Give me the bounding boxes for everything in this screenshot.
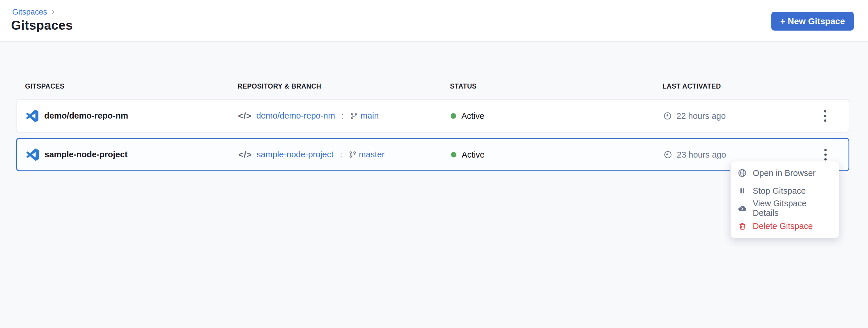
- row-actions-context-menu: Open in Browser Stop Gitspace View Gitsp…: [730, 161, 839, 238]
- last-activated-text: 22 hours ago: [677, 111, 726, 121]
- page-title: Gitspaces: [11, 18, 73, 33]
- repository-branch-cell: </> demo/demo-repo-nm : main: [238, 111, 379, 121]
- status-text: Active: [461, 111, 484, 121]
- code-icon: </>: [238, 150, 252, 160]
- colon-separator: :: [340, 150, 342, 159]
- menu-item-view-gitspace-details[interactable]: View Gitspace Details: [731, 200, 839, 217]
- trash-icon: [738, 221, 747, 231]
- colon-separator: :: [341, 111, 344, 121]
- clock-icon: [663, 150, 672, 159]
- globe-icon: [738, 168, 747, 178]
- status-active-dot: [451, 152, 457, 157]
- branch-link[interactable]: master: [359, 150, 385, 159]
- table-row[interactable]: demo/demo-repo-nm </> demo/demo-repo-nm …: [16, 99, 849, 132]
- vscode-icon: [26, 110, 38, 122]
- gitspaces-page: Gitspaces Gitspaces + New Gitspace GITSP…: [0, 0, 868, 328]
- top-bar: Gitspaces Gitspaces + New Gitspace: [0, 0, 868, 42]
- breadcrumb-link-gitspaces[interactable]: Gitspaces: [12, 7, 47, 17]
- row-actions-menu-button[interactable]: [817, 104, 833, 127]
- git-branch-icon: [349, 151, 356, 158]
- pause-icon: [738, 186, 747, 196]
- new-gitspace-button[interactable]: + New Gitspace: [771, 12, 854, 31]
- last-activated-cell: 23 hours ago: [663, 150, 726, 159]
- menu-item-stop-gitspace[interactable]: Stop Gitspace: [731, 182, 839, 200]
- status-cell: Active: [451, 150, 485, 159]
- gitspace-name-cell: sample-node-project: [27, 149, 127, 161]
- last-activated-text: 23 hours ago: [677, 150, 726, 159]
- menu-item-open-in-browser[interactable]: Open in Browser: [731, 164, 839, 182]
- last-activated-cell: 22 hours ago: [663, 111, 726, 121]
- column-header-last-activated: LAST ACTIVATED: [662, 83, 721, 90]
- menu-item-delete-gitspace[interactable]: Delete Gitspace: [731, 217, 839, 235]
- table-row[interactable]: sample-node-project </> sample-node-proj…: [16, 138, 849, 171]
- branch-link[interactable]: main: [360, 111, 379, 121]
- menu-item-label: View Gitspace Details: [753, 199, 832, 218]
- repository-link[interactable]: demo/demo-repo-nm: [256, 111, 335, 121]
- column-header-status: STATUS: [450, 83, 477, 90]
- repository-link[interactable]: sample-node-project: [256, 150, 333, 159]
- status-text: Active: [462, 150, 485, 159]
- chevron-right-icon: [50, 9, 56, 15]
- column-header-repository-branch: REPOSITORY & BRANCH: [238, 83, 321, 90]
- gitspace-name-cell: demo/demo-repo-nm: [26, 110, 128, 122]
- git-branch-icon: [350, 112, 358, 120]
- gitspace-name: sample-node-project: [44, 150, 127, 159]
- repository-branch-cell: </> sample-node-project : master: [238, 150, 384, 160]
- menu-item-label: Delete Gitspace: [753, 221, 813, 231]
- column-header-gitspaces: GITSPACES: [25, 83, 65, 90]
- breadcrumb: Gitspaces: [12, 7, 56, 17]
- gitspace-name: demo/demo-repo-nm: [44, 111, 128, 121]
- menu-item-label: Stop Gitspace: [753, 186, 806, 196]
- cloud-icon: [738, 204, 747, 213]
- status-cell: Active: [451, 111, 484, 121]
- clock-icon: [663, 111, 672, 120]
- status-active-dot: [451, 113, 456, 119]
- menu-item-label: Open in Browser: [753, 168, 816, 178]
- code-icon: </>: [238, 111, 251, 121]
- vscode-icon: [27, 149, 39, 161]
